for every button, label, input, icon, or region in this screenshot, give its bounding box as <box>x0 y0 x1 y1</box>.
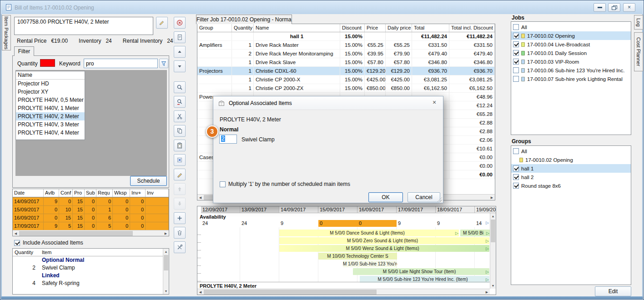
cancel-button[interactable] <box>174 17 186 29</box>
scroll-up-icon[interactable]: ▲ <box>490 213 496 219</box>
group-row[interactable]: 17-0010.02 Opening <box>511 155 631 164</box>
timeline-date-cell[interactable]: 19/09/2017 <box>475 206 496 213</box>
schedule-bar[interactable]: M 1/0/0 Sub-hire 123 You're Hi ▷ <box>343 260 397 267</box>
log-tab[interactable]: Log <box>634 15 643 30</box>
availability-row[interactable]: 14/09/201790150000 <box>13 197 169 205</box>
group-checkbox[interactable] <box>513 148 519 154</box>
grid-row[interactable]: 1Christie CP 2000-X15.00%€425.00€425.00€… <box>197 75 495 84</box>
scroll-down-icon[interactable]: ▼ <box>490 283 496 289</box>
timeline-date-cell[interactable]: 15/09/2017 <box>318 206 357 213</box>
availability-row[interactable]: 16/09/2017015150600 <box>13 214 169 222</box>
note-button[interactable] <box>174 31 186 43</box>
job-checkbox[interactable] <box>513 33 519 39</box>
filter-apply-button[interactable] <box>159 59 168 68</box>
ok-button[interactable]: OK <box>368 192 403 202</box>
multiply-row[interactable]: Multiply '1' by the number of scheduled … <box>220 181 350 187</box>
edit-item-button[interactable] <box>156 17 168 29</box>
dialog-title-bar[interactable]: Optional Associated Items × <box>213 96 443 110</box>
cancel-button[interactable]: Cancel <box>408 192 440 202</box>
grid-row[interactable]: Projectors1Christie CDXL-6015.00%€129.20… <box>197 67 495 75</box>
scroll-left-icon[interactable]: ◀ <box>13 230 19 236</box>
timeline-date-cell[interactable]: 18/09/2017 <box>436 206 475 213</box>
include-associated-checkbox[interactable] <box>14 240 20 246</box>
list-item[interactable]: PROLYTE H40V, 4 Meter <box>16 129 85 137</box>
scroll-thumb[interactable] <box>204 290 377 295</box>
scroll-thumb[interactable] <box>164 255 168 270</box>
timeline-hscrollbar[interactable]: ◀ ▶ <box>197 289 490 295</box>
grid-row[interactable]: 1Drive Rack Slave15.00%€57.80€57.80€346.… <box>197 58 495 67</box>
grid-header-cell[interactable]: Discount <box>340 24 365 32</box>
job-checkbox[interactable] <box>513 50 519 56</box>
search-item-button[interactable] <box>174 96 186 108</box>
minimize-button[interactable] <box>594 3 606 12</box>
grid-row[interactable]: hall 115.00%€11,482.24€11,482.24 <box>197 32 495 41</box>
job-checkbox[interactable] <box>513 67 519 73</box>
move-top-button[interactable] <box>174 183 186 195</box>
filter-job-tab[interactable]: Filter Job 17-0010.02 Opening - Normal <box>196 15 292 24</box>
grid-row[interactable]: 1Christie CP 2000-ZX15.00%€850.00€850.00… <box>197 84 495 93</box>
schedule-bar[interactable]: M 5/0/0 Late Night Show Tour (Item) ▷ <box>353 268 489 275</box>
schedule-bar[interactable]: M 5/0/0 Bi ▷ <box>460 230 490 236</box>
trash-button[interactable] <box>174 227 186 239</box>
grid-header-cell[interactable]: Name <box>254 24 340 32</box>
list-item[interactable]: PROLYTE H40V, 0,5 Meter <box>16 96 85 104</box>
edit-button[interactable]: Edit <box>595 286 631 296</box>
add-button[interactable] <box>174 212 186 224</box>
timeline-vscrollbar[interactable]: ▲ ▼ <box>490 213 496 289</box>
timeline-date-cell[interactable]: 16/09/2017 <box>357 206 397 213</box>
availability-hscrollbar[interactable]: ◀ ▶ <box>13 230 169 236</box>
availability-row[interactable]: 15/09/2017010150100 <box>13 205 169 214</box>
associated-row[interactable]: 2 Swivel Clamp <box>13 264 169 272</box>
move-bottom-button[interactable] <box>174 198 186 210</box>
job-checkbox[interactable] <box>513 41 519 47</box>
job-row[interactable]: 17-0010.07 Sub-hire york Lighting Rental <box>511 75 631 83</box>
include-associated-row[interactable]: Include Associated Items <box>14 240 83 246</box>
tools-button[interactable] <box>174 241 186 253</box>
item-packages-tab[interactable]: Item Packages <box>2 15 11 50</box>
search-button[interactable] <box>174 81 186 93</box>
list-item[interactable]: Projector XY <box>16 88 85 96</box>
grid-row[interactable]: 2Drive Rack Meyer Monitoramping15.00%€39… <box>197 50 495 58</box>
associated-row[interactable]: Linked <box>13 272 169 280</box>
schedule-bar[interactable]: M 5/0/0 Zero Sound & Light (Items) ▷ <box>279 237 489 244</box>
group-row[interactable]: hall 1 <box>511 164 631 173</box>
availability-row[interactable]: 17/09/201795150500 <box>13 222 169 230</box>
filter-tab[interactable]: Filter <box>14 46 34 56</box>
grid-header-cell[interactable]: Total <box>412 24 449 32</box>
scroll-right-icon[interactable]: ▶ <box>163 230 169 236</box>
timeline-date-cell[interactable]: 12/09/2017 <box>201 206 240 213</box>
group-checkbox[interactable] <box>513 183 519 189</box>
timeline-date-cell[interactable]: 17/09/2017 <box>397 206 436 213</box>
scroll-thumb[interactable] <box>491 220 495 242</box>
job-row[interactable]: 17-0010.03 VIP-Room <box>511 57 631 66</box>
schedule-bar[interactable]: M 5/0/0 Wenz Sound & Light (Items) ▷ <box>279 245 489 252</box>
move-up-button[interactable] <box>174 46 186 58</box>
job-row[interactable]: 17-0010.02 Opening <box>511 31 631 40</box>
schedule-bar[interactable]: M 5/0/0 Dance Sound & Light (Items) ▷ <box>279 230 459 236</box>
paste-button[interactable] <box>174 140 186 151</box>
grid-header-cell[interactable]: Price <box>365 24 386 32</box>
dialog-close-button[interactable]: × <box>430 99 438 107</box>
grid-header-cell[interactable]: Total incl. Discount <box>449 24 495 32</box>
scroll-right-icon[interactable]: ▶ <box>489 195 495 200</box>
timeline-date-cell[interactable]: 14/09/2017 <box>279 206 318 213</box>
group-row[interactable]: All <box>511 147 631 155</box>
job-row[interactable]: All <box>511 23 631 31</box>
list-item[interactable]: PROLYTE H40V, 2 Meter <box>16 112 85 120</box>
job-checkbox[interactable] <box>513 59 519 65</box>
move-down-button[interactable] <box>174 60 186 72</box>
multiply-checkbox[interactable] <box>220 181 226 187</box>
scroll-down-icon[interactable]: ▼ <box>163 288 169 294</box>
scroll-left-icon[interactable]: ◀ <box>197 195 203 200</box>
close-button[interactable]: × <box>623 3 635 12</box>
grid-header-cell[interactable]: Quantity <box>232 24 254 32</box>
list-item[interactable]: Projector HD <box>16 80 85 88</box>
list-item[interactable]: PROLYTE H40V, 3 Meter <box>16 120 85 129</box>
associated-vscrollbar[interactable]: ▲ ▼ <box>163 249 169 294</box>
group-checkbox[interactable] <box>513 165 519 171</box>
job-row[interactable]: 17-0010.04 Live-Broadcast <box>511 40 631 49</box>
delete-button[interactable] <box>174 154 186 166</box>
job-row[interactable]: 17-0010.01 Daily Session <box>511 49 631 57</box>
group-row[interactable]: Round stage 8x6 <box>511 181 631 190</box>
group-row[interactable]: hall 2 <box>511 173 631 181</box>
